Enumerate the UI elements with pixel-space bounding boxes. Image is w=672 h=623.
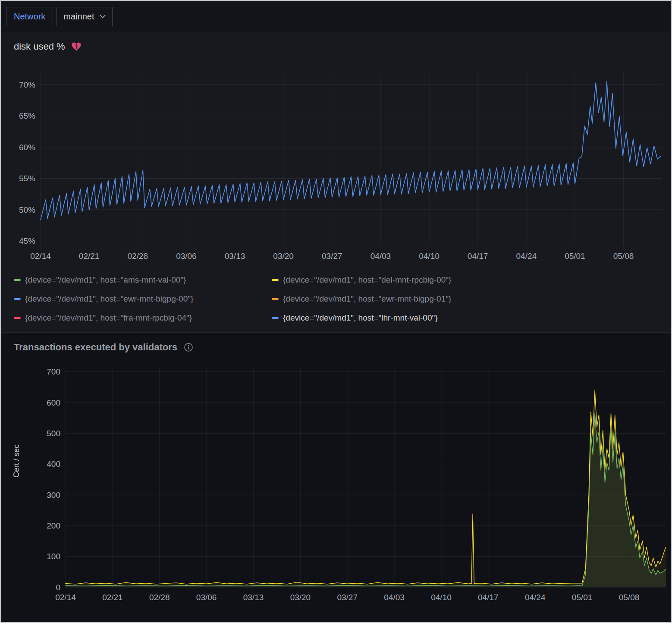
- x-axis-tick-label: 02/14: [30, 252, 51, 261]
- x-axis-tick-label: 03/06: [176, 252, 197, 261]
- y-axis-tick-label: 600: [47, 398, 60, 407]
- x-axis-tick-label: 02/21: [102, 593, 123, 602]
- transactions-chart[interactable]: 010020030040050060070002/1402/2102/2803/…: [1, 357, 672, 615]
- network-variable-dropdown[interactable]: mainnet: [57, 7, 112, 26]
- x-axis-tick-label: 04/10: [419, 252, 440, 261]
- y-axis-tick-label: 300: [47, 491, 60, 500]
- x-axis-tick-label: 04/03: [371, 252, 391, 261]
- info-icon[interactable]: [183, 342, 194, 352]
- x-axis-tick-label: 03/13: [243, 593, 264, 602]
- y-axis-tick-label: 70%: [19, 80, 35, 89]
- x-axis-tick-label: 04/24: [516, 252, 537, 261]
- network-variable-value: mainnet: [63, 12, 94, 22]
- y-axis-tick-label: 65%: [19, 111, 35, 120]
- panel-transactions: Transactions executed by validators Cert…: [1, 332, 671, 615]
- legend-series-label: {device="/dev/md1", host="fra-mnt-rpcbig…: [25, 313, 192, 323]
- legend-series-swatch: [272, 279, 279, 281]
- series-area: [66, 390, 666, 588]
- chevron-down-icon: [100, 15, 106, 19]
- y-axis-tick-label: 500: [47, 429, 60, 438]
- y-axis-tick-label: 200: [47, 521, 60, 530]
- x-axis-tick-label: 04/03: [384, 593, 405, 602]
- x-axis-tick-label: 03/27: [337, 593, 358, 602]
- x-axis-tick-label: 04/10: [431, 593, 452, 602]
- y-axis-tick-label: 100: [47, 552, 60, 561]
- x-axis-tick-label: 03/20: [290, 593, 311, 602]
- dashboard: Network mainnet disk used % 45%50%55%60%…: [0, 0, 672, 623]
- legend-series-swatch: [14, 317, 21, 319]
- variables-bar: Network mainnet: [1, 1, 671, 32]
- x-axis-tick-label: 02/28: [149, 593, 170, 602]
- x-axis-tick-label: 05/01: [565, 252, 585, 261]
- legend-series-label: {device="/dev/md1", host="del-mnt-rpcbig…: [283, 275, 451, 285]
- x-axis-tick-label: 03/27: [322, 252, 342, 261]
- series-line: [41, 82, 661, 220]
- x-axis-tick-label: 03/20: [273, 252, 294, 261]
- series-line: [66, 413, 666, 586]
- network-variable-label: Network: [6, 7, 53, 26]
- series-line: [66, 390, 666, 584]
- x-axis-tick-label: 05/01: [572, 593, 593, 602]
- y-axis-tick-label: 400: [47, 459, 60, 469]
- legend-series-label: {device="/dev/md1", host="ewr-mnt-bigpg-…: [25, 294, 193, 304]
- legend-series-swatch: [14, 298, 21, 300]
- x-axis-tick-label: 05/08: [619, 593, 640, 602]
- y-axis-tick-label: 45%: [19, 236, 35, 245]
- x-axis-tick-label: 04/17: [468, 252, 488, 261]
- legend-item[interactable]: {device="/dev/md1", host="ams-mnt-val-00…: [14, 275, 272, 285]
- x-axis-tick-label: 05/08: [613, 252, 634, 261]
- y-axis-tick-label: 55%: [19, 174, 35, 183]
- legend-item[interactable]: {device="/dev/md1", host="lhr-mnt-val-00…: [272, 313, 663, 323]
- series-area: [66, 413, 666, 587]
- x-axis-tick-label: 04/24: [525, 593, 546, 602]
- y-axis-label: Cert / sec: [12, 444, 21, 478]
- disk-used-legend: {device="/dev/md1", host="ams-mnt-val-00…: [1, 272, 671, 332]
- legend-item[interactable]: {device="/dev/md1", host="del-mnt-rpcbig…: [272, 275, 663, 285]
- legend-item[interactable]: {device="/dev/md1", host="ewr-mnt-bigpg-…: [14, 294, 272, 304]
- legend-series-label: {device="/dev/md1", host="ewr-mnt-bigpg-…: [283, 294, 451, 304]
- x-axis-tick-label: 03/13: [225, 252, 245, 261]
- legend-series-swatch: [272, 317, 279, 319]
- x-axis-tick-label: 04/17: [478, 593, 499, 602]
- y-axis-tick-label: 50%: [19, 205, 35, 214]
- panel-disk-used: disk used % 45%50%55%60%65%70%02/1402/21…: [1, 32, 671, 332]
- legend-series-label: {device="/dev/md1", host="ams-mnt-val-00…: [25, 275, 186, 285]
- legend-series-swatch: [14, 279, 21, 281]
- disk-used-chart[interactable]: 45%50%55%60%65%70%02/1402/2102/2803/0603…: [1, 56, 672, 272]
- x-axis-tick-label: 02/21: [79, 252, 100, 261]
- legend-series-label: {device="/dev/md1", host="lhr-mnt-val-00…: [283, 313, 438, 323]
- x-axis-tick-label: 03/06: [196, 593, 217, 602]
- broken-heart-icon: [71, 42, 82, 51]
- legend-item[interactable]: {device="/dev/md1", host="fra-mnt-rpcbig…: [14, 313, 272, 323]
- panel-title-transactions[interactable]: Transactions executed by validators: [14, 342, 177, 353]
- y-axis-tick-label: 700: [47, 367, 60, 376]
- y-axis-tick-label: 0: [56, 583, 60, 592]
- panel-title-disk-used[interactable]: disk used %: [14, 41, 65, 52]
- x-axis-tick-label: 02/28: [128, 252, 148, 261]
- legend-series-swatch: [272, 298, 279, 300]
- legend-item[interactable]: {device="/dev/md1", host="ewr-mnt-bigpg-…: [272, 294, 663, 304]
- x-axis-tick-label: 02/14: [55, 593, 76, 602]
- y-axis-tick-label: 60%: [19, 143, 35, 152]
